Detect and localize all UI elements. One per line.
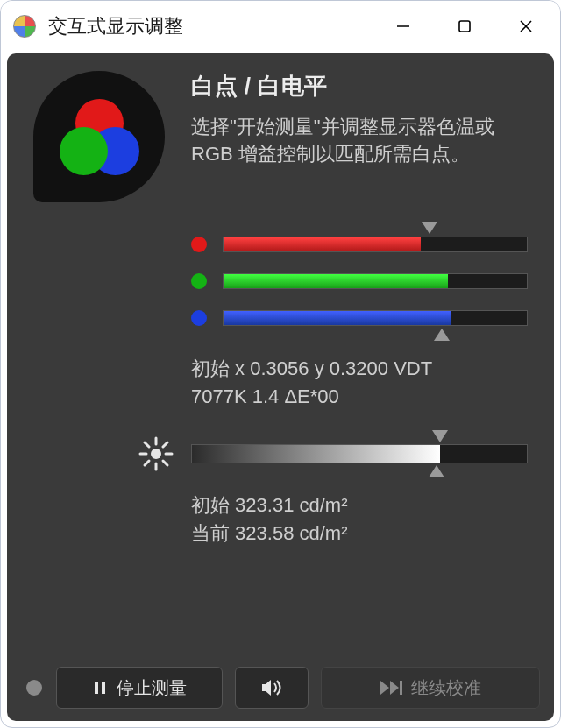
svg-line-11 bbox=[163, 442, 167, 447]
brightness-readout: 初始 323.31 cd/m² 当前 323.58 cd/m² bbox=[191, 491, 528, 548]
minimize-button[interactable] bbox=[373, 6, 434, 46]
app-icon bbox=[13, 15, 36, 38]
svg-point-4 bbox=[151, 449, 161, 459]
maximize-icon bbox=[457, 18, 472, 34]
green-bar[interactable] bbox=[223, 273, 528, 289]
svg-line-12 bbox=[145, 461, 149, 465]
window: 交互式显示调整 白点 / 白电平 选择" bbox=[0, 0, 561, 728]
content-panel: 白点 / 白电平 选择"开始测量"并调整显示器色温或 RGB 增益控制以匹配所需… bbox=[7, 53, 554, 721]
continue-calibration-button[interactable]: 继续校准 bbox=[321, 667, 540, 709]
green-dot-icon bbox=[191, 273, 207, 289]
brightness-bottom-marker-icon bbox=[429, 465, 444, 477]
continue-button-label: 继续校准 bbox=[411, 676, 481, 700]
blue-bar-row bbox=[191, 307, 528, 329]
titlebar: 交互式显示调整 bbox=[1, 1, 560, 51]
brightness-row bbox=[138, 428, 528, 479]
red-bar-row bbox=[191, 234, 528, 255]
rgb-top-marker-icon bbox=[422, 222, 437, 234]
brightness-fill bbox=[192, 445, 440, 463]
window-title: 交互式显示调整 bbox=[48, 13, 183, 39]
stop-button-label: 停止测量 bbox=[117, 676, 187, 700]
red-bar-fill bbox=[224, 237, 421, 251]
svg-line-10 bbox=[163, 461, 167, 465]
svg-line-9 bbox=[145, 442, 149, 447]
blue-bar-fill bbox=[224, 311, 451, 325]
blue-dot-icon bbox=[191, 310, 207, 326]
brightness-line2: 当前 323.58 cd/m² bbox=[191, 522, 348, 544]
close-icon bbox=[518, 18, 534, 34]
svg-rect-1 bbox=[459, 21, 470, 32]
brightness-bar-wrap bbox=[191, 428, 528, 479]
speaker-icon bbox=[260, 678, 283, 697]
svg-rect-15 bbox=[400, 681, 402, 695]
green-bar-row bbox=[191, 271, 528, 292]
brightness-top-marker-icon bbox=[432, 430, 448, 442]
pause-icon bbox=[92, 680, 108, 696]
whitepoint-readout: 初始 x 0.3056 y 0.3200 VDT 7077K 1.4 ΔE*00 bbox=[191, 355, 528, 411]
page-instructions: 选择"开始测量"并调整显示器色温或 RGB 增益控制以匹配所需白点。 bbox=[191, 114, 528, 168]
readout-line2: 7077K 1.4 ΔE*00 bbox=[191, 385, 339, 407]
blue-bar[interactable] bbox=[223, 310, 528, 326]
green-bar-fill bbox=[224, 274, 448, 288]
sound-button[interactable] bbox=[235, 667, 309, 709]
page-title: 白点 / 白电平 bbox=[191, 71, 528, 102]
readout-line1: 初始 x 0.3056 y 0.3200 VDT bbox=[191, 357, 432, 379]
rgb-bars bbox=[191, 234, 528, 329]
skip-forward-icon bbox=[380, 680, 402, 696]
brightness-line1: 初始 323.31 cd/m² bbox=[191, 494, 348, 516]
hero-row: 白点 / 白电平 选择"开始测量"并调整显示器色温或 RGB 增益控制以匹配所需… bbox=[7, 53, 554, 202]
instruction-line1: 选择"开始测量"并调整显示器色温或 bbox=[191, 116, 494, 138]
svg-rect-14 bbox=[102, 682, 105, 694]
instruction-line2: RGB 增益控制以匹配所需白点。 bbox=[191, 143, 470, 165]
stop-measure-button[interactable]: 停止测量 bbox=[56, 667, 223, 709]
close-button[interactable] bbox=[495, 6, 557, 46]
record-indicator-icon bbox=[26, 680, 42, 696]
brightness-bar[interactable] bbox=[191, 444, 528, 463]
minimize-icon bbox=[395, 18, 411, 34]
brightness-icon bbox=[138, 436, 174, 471]
rgb-teardrop-icon bbox=[33, 71, 165, 202]
maximize-button[interactable] bbox=[434, 6, 495, 46]
svg-rect-13 bbox=[95, 682, 98, 694]
red-bar[interactable] bbox=[223, 237, 528, 252]
footer-bar: 停止测量 继续校准 bbox=[7, 667, 554, 709]
red-dot-icon bbox=[191, 237, 207, 252]
rgb-bottom-marker-icon bbox=[434, 329, 450, 341]
